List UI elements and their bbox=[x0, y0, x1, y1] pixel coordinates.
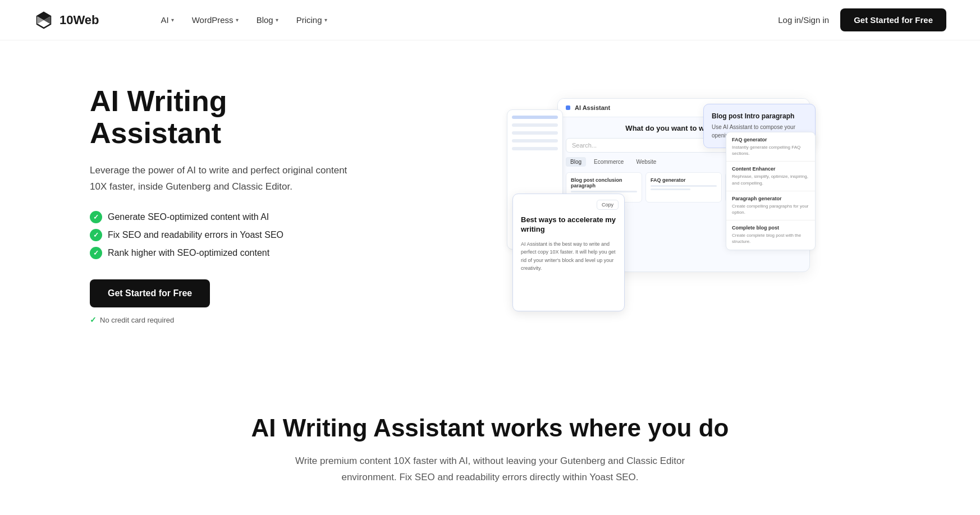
mockup-card-title-2: FAQ generator bbox=[651, 177, 717, 183]
logo-icon bbox=[34, 10, 54, 30]
hero-section: AI Writing Assistant Leverage the power … bbox=[0, 40, 980, 369]
check-icon-1 bbox=[90, 211, 102, 223]
nav-item-pricing[interactable]: Pricing ▾ bbox=[288, 11, 335, 29]
section-works-subtitle: Write premium content 10X faster with AI… bbox=[294, 453, 686, 486]
mockup-card-2: FAQ generator bbox=[645, 172, 722, 203]
hero-title: AI Writing Assistant bbox=[90, 85, 359, 149]
nav-right: Log in/Sign in Get Started for Free bbox=[778, 8, 946, 31]
mockup-card-line-short bbox=[651, 188, 690, 190]
no-credit-label: ✓ No credit card required bbox=[90, 315, 359, 324]
sidebar-item-1 bbox=[512, 116, 558, 119]
mockup-blog-card: Copy Best ways to accelerate my writing … bbox=[512, 194, 625, 311]
mockup-tab-blog[interactable]: Blog bbox=[566, 157, 586, 167]
mockup-card-line bbox=[571, 191, 637, 192]
chevron-down-icon: ▾ bbox=[236, 17, 239, 23]
sidebar-item-3 bbox=[512, 131, 558, 135]
feature-list: Generate SEO-optimized content with AI F… bbox=[90, 211, 359, 259]
mockup-tools-panel: FAQ generator Instantly generate compell… bbox=[726, 132, 816, 250]
info-card-title: Blog post Intro paragraph bbox=[712, 112, 807, 120]
hero-content: AI Writing Assistant Leverage the power … bbox=[90, 85, 359, 324]
chevron-down-icon: ▾ bbox=[276, 17, 278, 23]
logo-text: 10Web bbox=[59, 13, 99, 27]
copy-button[interactable]: Copy bbox=[597, 200, 619, 210]
tool-title-1: FAQ generator bbox=[732, 137, 809, 142]
nav-item-ai[interactable]: AI ▾ bbox=[153, 11, 182, 29]
tool-desc-1: Instantly generate compelling FAQ sectio… bbox=[732, 144, 809, 157]
check-icon-2 bbox=[90, 229, 102, 241]
tool-item-2: Content Enhancer Rephrase, simplify, opt… bbox=[726, 162, 815, 191]
hero-cta-button[interactable]: Get Started for Free bbox=[90, 279, 210, 307]
check-icon-small: ✓ bbox=[90, 315, 97, 324]
section-works-title: AI Writing Assistant works where you do bbox=[56, 414, 924, 442]
nav-links: AI ▾ WordPress ▾ Blog ▾ Pricing ▾ bbox=[120, 0, 369, 40]
mockup-container: AI Assistant What do you want to write t… bbox=[507, 98, 810, 311]
blog-card-text: AI Assistant is the best way to write an… bbox=[521, 240, 616, 273]
mockup-card-title-1: Blog post conclusion paragraph bbox=[571, 177, 637, 188]
nav-left: 10Web AI ▾ WordPress ▾ Blog ▾ Pricing ▾ bbox=[34, 0, 369, 40]
check-icon-3 bbox=[90, 247, 102, 259]
blog-card-title: Best ways to accelerate my writing bbox=[521, 215, 616, 234]
feature-item-3: Rank higher with SEO-optimized content bbox=[90, 247, 359, 259]
tool-item-1: FAQ generator Instantly generate compell… bbox=[726, 132, 815, 162]
mockup-tab-ecommerce[interactable]: Ecommerce bbox=[589, 157, 628, 167]
hero-mockup: AI Assistant What do you want to write t… bbox=[393, 93, 924, 317]
login-link[interactable]: Log in/Sign in bbox=[778, 15, 829, 25]
feature-item-2: Fix SEO and readability errors in Yoast … bbox=[90, 229, 359, 241]
tool-title-3: Paragraph generator bbox=[732, 196, 809, 201]
mockup-header-title: AI Assistant bbox=[575, 104, 610, 111]
nav-cta-button[interactable]: Get Started for Free bbox=[840, 8, 946, 31]
tool-desc-2: Rephrase, simplify, optimize, inspiring,… bbox=[732, 173, 809, 186]
navbar: 10Web AI ▾ WordPress ▾ Blog ▾ Pricing ▾ … bbox=[0, 0, 980, 40]
tool-title-4: Complete blog post bbox=[732, 225, 809, 231]
hero-description: Leverage the power of AI to write and pe… bbox=[90, 163, 359, 195]
tool-desc-3: Create compelling paragraphs for your op… bbox=[732, 203, 809, 215]
logo[interactable]: 10Web bbox=[34, 10, 99, 30]
sidebar-item-4 bbox=[512, 139, 558, 142]
tool-title-2: Content Enhancer bbox=[732, 166, 809, 172]
mockup-tab-website[interactable]: Website bbox=[631, 157, 661, 167]
sidebar-item-5 bbox=[512, 147, 558, 150]
mockup-header-dot bbox=[566, 105, 570, 110]
chevron-down-icon: ▾ bbox=[324, 17, 327, 23]
mockup-card-line bbox=[651, 185, 717, 187]
section-works: AI Writing Assistant works where you do … bbox=[0, 369, 980, 515]
chevron-down-icon: ▾ bbox=[171, 17, 174, 23]
tool-item-3: Paragraph generator Create compelling pa… bbox=[726, 191, 815, 220]
feature-item-1: Generate SEO-optimized content with AI bbox=[90, 211, 359, 223]
tool-desc-4: Create complete blog post with the struc… bbox=[732, 232, 809, 245]
sidebar-item-2 bbox=[512, 123, 558, 127]
tool-item-4: Complete blog post Create complete blog … bbox=[726, 220, 815, 249]
nav-item-wordpress[interactable]: WordPress ▾ bbox=[184, 11, 246, 29]
nav-item-blog[interactable]: Blog ▾ bbox=[249, 11, 286, 29]
